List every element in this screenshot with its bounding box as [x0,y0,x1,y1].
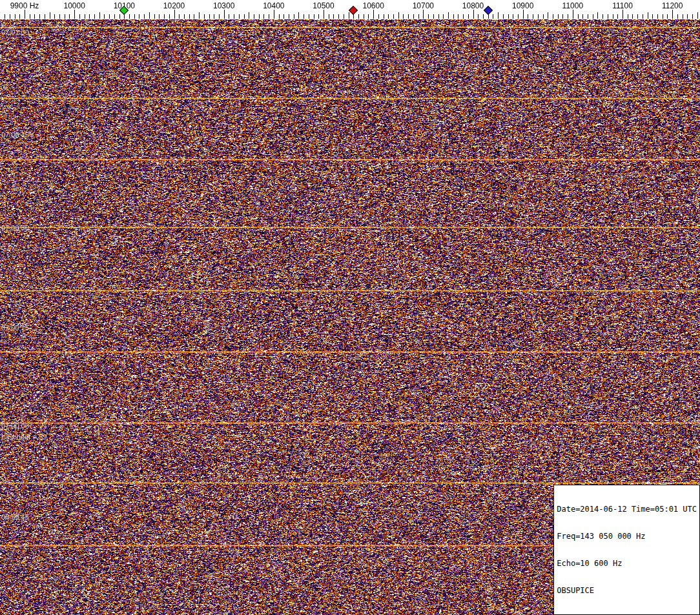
freq-tick-label: 10500 [313,1,334,10]
freq-tick-label: 10700 [413,1,434,10]
frequency-ruler: 9900 Hz100001010010200103001040010500106… [0,0,700,19]
info-station-line: OBSUPICE [557,586,697,595]
spectrogram-app: 9900 Hz100001010010200103001040010500106… [0,0,700,615]
freq-tick-label: 10200 [163,1,185,10]
freq-tick-label: 10600 [363,1,384,10]
time-tick-label: 07:01:00 [1,28,29,36]
freq-tick-label: 10400 [263,1,284,10]
time-tick-label: 07:00:00 [1,422,29,430]
info-date-line: Date=2014-06-12 Time=05:01 UTC [557,505,697,514]
time-tick-label: 07:00:30 [1,224,29,232]
freq-tick-label: 10000 [63,1,85,10]
spectrogram-waterfall: -100 dB -50 0 Date=2014-06-12 Time=05:01… [0,19,700,615]
freq-tick-label: 11100 [612,1,633,10]
freq-tick-label: 9900 Hz [10,1,39,10]
time-tick-label: 07:00:45 [1,131,29,139]
info-box: Date=2014-06-12 Time=05:01 UTC Freq=143 … [553,485,700,615]
freq-tick-label: 10900 [512,1,533,10]
info-freq-line: Freq=143 050 000 Hz [557,532,697,541]
freq-tick-label: 10300 [213,1,234,10]
freq-tick-label: 10800 [462,1,484,10]
info-echo-line: Echo=10 600 Hz [557,559,697,568]
last-hour-annotation: Last hour = 39 [1,433,47,441]
time-tick-label: 07:00:15 [1,324,29,332]
freq-tick-label: 11000 [562,1,583,10]
freq-tick-label: 11200 [662,1,683,10]
time-tick-label: 06:59:45 [1,513,29,521]
